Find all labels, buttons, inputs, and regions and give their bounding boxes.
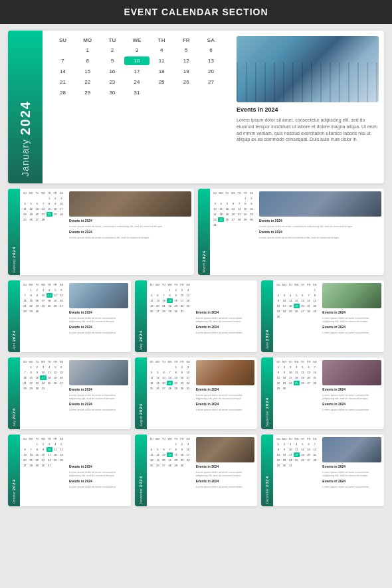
april-info: Events in 2024 Lorem ipsum dolor sit ame… bbox=[66, 280, 131, 352]
february-info: Events in 2024 Lorem ipsum dolor sit ame… bbox=[66, 189, 194, 275]
august-sidebar: 2024 August bbox=[135, 357, 147, 429]
july-sidebar: 2024 July bbox=[8, 357, 20, 429]
march-card: 2024 March SUMOTUWETHFRSA 12 3456789 101… bbox=[198, 189, 384, 275]
row-feb-march: 2024 February SUMOTUWETHFRSA 123 4567891… bbox=[8, 189, 384, 275]
january-year: 2024 bbox=[18, 100, 33, 136]
may-sidebar: 2024 May bbox=[135, 280, 147, 352]
row-apr-may-jun: 2024 April SUMOTUWETHFRSA 123456 7891011… bbox=[8, 280, 384, 352]
november-sidebar: 2024 November bbox=[135, 435, 147, 506]
december-sidebar: 2024 December bbox=[261, 435, 273, 506]
content-area: 2024 January SU MO TU WE TH FR SA 1 2 3 … bbox=[0, 24, 392, 513]
november-cal: SUMOTUWETHFRSA 123 45678910 111213141516… bbox=[147, 435, 193, 506]
page-header: EVENT CALENDAR SECTION bbox=[0, 0, 392, 24]
building-image bbox=[237, 36, 379, 102]
february-cal: SUMOTUWETHFRSA 123 45678910 111213141516… bbox=[20, 189, 66, 275]
row-jul-aug-sep: 2024 July SUMOTUWETHFRSA 123456 78910111… bbox=[8, 357, 384, 429]
august-cal: SUMOTUWETHFRSA 123 45678910 111213141516… bbox=[147, 357, 193, 429]
november-card: 2024 November SUMOTUWETHFRSA 123 4567891… bbox=[135, 435, 258, 506]
january-card: 2024 January SU MO TU WE TH FR SA 1 2 3 … bbox=[8, 31, 384, 183]
may-info: Events in 2024 Lorem ipsum dolor sit ame… bbox=[193, 280, 258, 352]
april-card: 2024 April SUMOTUWETHFRSA 123456 7891011… bbox=[8, 280, 131, 352]
days-header: SU MO TU WE TH FR SA bbox=[50, 37, 223, 43]
june-card: 2024 June SUMOTUWETHFRSA 1 2345678 91011… bbox=[261, 280, 384, 352]
june-cal: SUMOTUWETHFRSA 1 2345678 9101112131415 1… bbox=[273, 280, 320, 352]
february-sidebar: 2024 February bbox=[8, 189, 20, 275]
february-card: 2024 February SUMOTUWETHFRSA 123 4567891… bbox=[8, 189, 194, 275]
july-card: 2024 July SUMOTUWETHFRSA 123456 78910111… bbox=[8, 357, 131, 429]
december-info: Events in 2024 Lorem ipsum dolor sit ame… bbox=[320, 435, 384, 506]
january-event-title: Events in 2024 bbox=[237, 106, 379, 113]
january-event-text: Lorem ipsum dolor sit amet, consectetur … bbox=[237, 117, 379, 143]
january-calendar: SU MO TU WE TH FR SA 1 2 3 4 5 6 7 8 9 1… bbox=[43, 31, 231, 183]
october-sidebar: 2024 October bbox=[8, 435, 20, 506]
january-image bbox=[237, 36, 379, 102]
march-month: March bbox=[202, 263, 206, 272]
august-info: Events in 2024 Lorem ipsum dolor sit ame… bbox=[193, 357, 258, 429]
march-info: Events in 2024 Lorem ipsum dolor sit ame… bbox=[256, 189, 384, 275]
june-info: Events in 2024 Lorem ipsum dolor sit ame… bbox=[320, 280, 384, 352]
february-month: February bbox=[12, 259, 16, 272]
january-grid: 1 2 3 4 5 6 7 8 9 10 11 12 13 14 15 16 1… bbox=[50, 46, 223, 97]
february-image bbox=[69, 191, 191, 217]
march-cal: SUMOTUWETHFRSA 12 3456789 10111213141516… bbox=[210, 189, 256, 275]
december-cal: SUMOTUWETHFRSA 1234567 891011121314 1516… bbox=[273, 435, 320, 506]
march-image bbox=[259, 191, 381, 217]
october-info: Events in 2024 Lorem ipsum dolor sit ame… bbox=[66, 435, 131, 506]
july-info: Events in 2024 Lorem ipsum dolor sit ame… bbox=[66, 357, 131, 429]
may-cal: SUMOTUWETHFRSA 1234 567891011 1213141516… bbox=[147, 280, 193, 352]
march-year: 2024 bbox=[202, 250, 206, 262]
september-sidebar: 2024 September bbox=[261, 357, 273, 429]
row-oct-nov-dec: 2024 October SUMOTUWETHFRSA 12345 678910… bbox=[8, 435, 384, 506]
september-cal: SUMOTUWETHFRSA 1234567 891011121314 1516… bbox=[273, 357, 320, 429]
december-card: 2024 December SUMOTUWETHFRSA 1234567 891… bbox=[261, 435, 384, 506]
january-sidebar: 2024 January bbox=[8, 31, 43, 183]
april-sidebar: 2024 April bbox=[8, 280, 20, 352]
april-cal: SUMOTUWETHFRSA 123456 78910111213 141516… bbox=[20, 280, 66, 352]
october-cal: SUMOTUWETHFRSA 12345 6789101112 13141516… bbox=[20, 435, 66, 506]
july-cal: SUMOTUWETHFRSA 123456 78910111213 141516… bbox=[20, 357, 66, 429]
september-info: Events in 2024 Lorem ipsum dolor sit ame… bbox=[320, 357, 384, 429]
october-card: 2024 October SUMOTUWETHFRSA 12345 678910… bbox=[8, 435, 131, 506]
june-sidebar: 2024 June bbox=[261, 280, 273, 352]
january-info: Events in 2024 Lorem ipsum dolor sit ame… bbox=[231, 31, 384, 183]
september-card: 2024 September SUMOTUWETHFRSA 1234567 89… bbox=[261, 357, 384, 429]
august-card: 2024 August SUMOTUWETHFRSA 123 45678910 … bbox=[135, 357, 258, 429]
february-year: 2024 bbox=[12, 246, 16, 258]
november-info: Events in 2024 Lorem ipsum dolor sit ame… bbox=[193, 435, 258, 506]
may-card: 2024 May SUMOTUWETHFRSA 1234 567891011 1… bbox=[135, 280, 258, 352]
march-sidebar: 2024 March bbox=[198, 189, 210, 275]
january-month: January bbox=[20, 139, 31, 177]
